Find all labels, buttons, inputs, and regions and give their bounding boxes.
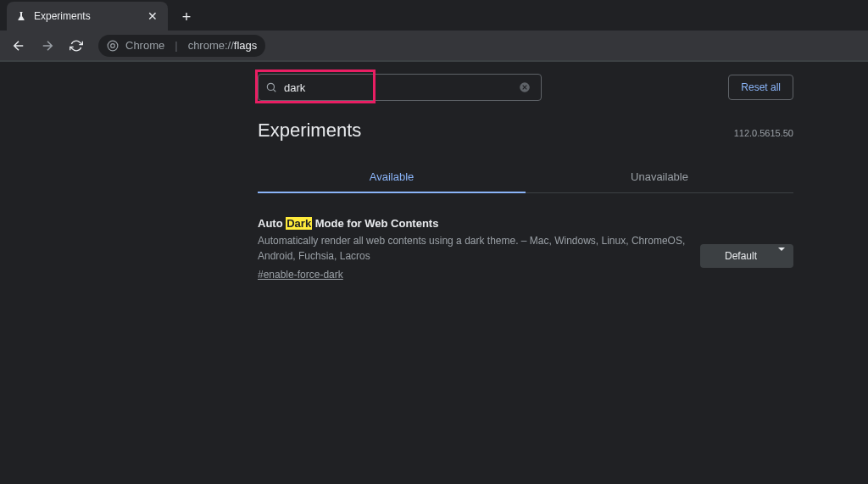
back-button[interactable] <box>8 36 29 56</box>
forward-button[interactable] <box>37 36 58 56</box>
page-title: Experiments <box>258 120 361 142</box>
highlight-match: Dark <box>286 217 312 230</box>
svg-point-1 <box>111 43 115 47</box>
reload-button[interactable] <box>66 36 86 56</box>
search-icon <box>265 81 277 93</box>
flask-icon <box>15 10 27 22</box>
tab-title: Experiments <box>34 10 139 22</box>
browser-tab[interactable]: Experiments ✕ <box>7 2 168 31</box>
url-prefix: chrome:// <box>188 39 234 52</box>
reset-all-button[interactable]: Reset all <box>728 75 793 100</box>
url-path: flags <box>234 39 257 52</box>
address-bar[interactable]: Chrome | chrome://flags <box>98 35 265 57</box>
content-area: Reset all Experiments 112.0.5615.50 Avai… <box>0 61 868 484</box>
flag-id-link[interactable]: #enable-force-dark <box>258 269 687 281</box>
close-icon[interactable]: ✕ <box>146 8 159 24</box>
tab-unavailable[interactable]: Unavailable <box>526 162 793 193</box>
flag-description: Automatically render all web contents us… <box>258 233 687 264</box>
flag-title: Auto Dark Mode for Web Contents <box>258 217 687 230</box>
flag-entry: Auto Dark Mode for Web Contents Automati… <box>258 193 793 304</box>
version-label: 112.0.5615.50 <box>734 128 793 138</box>
url-divider: | <box>175 39 177 52</box>
svg-point-0 <box>108 41 118 51</box>
tabs: Available Unavailable <box>258 162 793 193</box>
new-tab-button[interactable]: + <box>175 5 198 29</box>
search-box[interactable] <box>258 74 542 101</box>
chrome-icon <box>107 40 119 52</box>
flag-dropdown[interactable]: Default <box>700 244 793 268</box>
toolbar: Chrome | chrome://flags <box>0 31 868 61</box>
search-input[interactable] <box>284 81 519 94</box>
url-scheme: Chrome <box>125 39 164 52</box>
tab-available[interactable]: Available <box>258 162 526 193</box>
clear-icon[interactable] <box>519 81 531 93</box>
tab-strip: Experiments ✕ + <box>0 0 868 31</box>
svg-point-2 <box>267 83 274 90</box>
